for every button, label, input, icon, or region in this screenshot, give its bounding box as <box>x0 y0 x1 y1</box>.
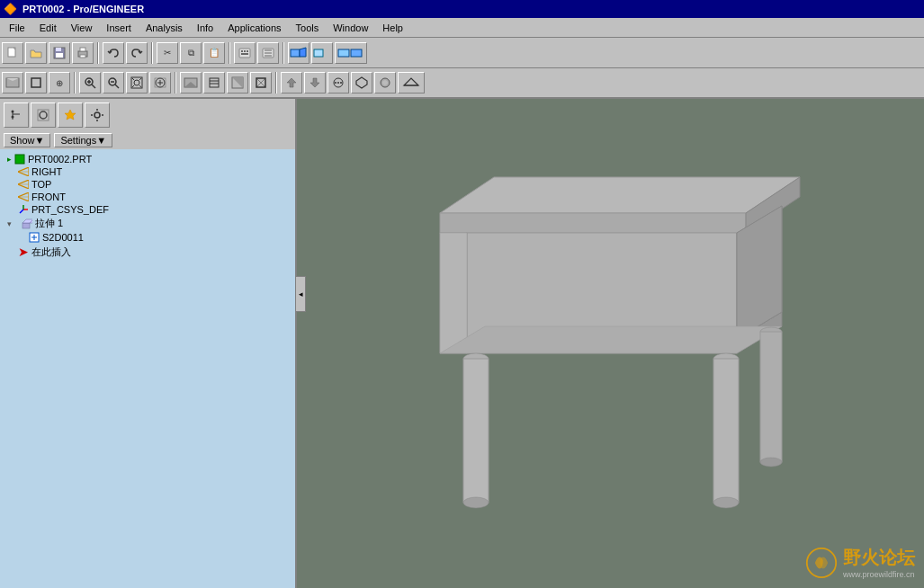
svg-point-65 <box>40 111 47 119</box>
svg-rect-8 <box>241 50 243 52</box>
left-panel-dropdowns: Show▼ Settings▼ <box>0 131 295 149</box>
zoom-out-button[interactable] <box>103 72 124 94</box>
menu-help[interactable]: Help <box>375 21 410 35</box>
zoom-in-button[interactable] <box>79 72 101 94</box>
layer-view-button[interactable] <box>31 102 56 128</box>
watermark: 野火论坛 www.proewildfire.cn <box>805 546 915 579</box>
model-icon <box>14 154 25 165</box>
open-button[interactable] <box>25 42 47 64</box>
svg-point-53 <box>337 82 339 84</box>
svg-line-29 <box>115 85 119 88</box>
watermark-sub-text: www.proewildfire.cn <box>843 570 915 579</box>
sep-v2 <box>175 72 176 94</box>
svg-point-105 <box>713 497 739 508</box>
redo-button[interactable] <box>126 42 148 64</box>
menu-applications[interactable]: Applications <box>220 21 288 35</box>
edge-display-button[interactable] <box>25 72 47 94</box>
show-dropdown[interactable]: Show▼ <box>4 133 50 147</box>
svg-rect-98 <box>440 233 467 353</box>
layers-button[interactable] <box>203 72 225 94</box>
shading-button[interactable] <box>227 72 248 94</box>
svg-line-25 <box>92 85 95 88</box>
svg-point-102 <box>463 497 489 508</box>
paste-button[interactable]: 📋 <box>203 42 225 64</box>
tree-view-button[interactable] <box>4 102 29 128</box>
extra5-button[interactable] <box>374 72 396 94</box>
tree-item-insert[interactable]: ➤ 在此插入 <box>4 244 292 260</box>
favorite-button[interactable] <box>58 102 83 128</box>
tree-item-extrude[interactable]: ▾ 拉伸 1 <box>4 216 292 231</box>
svg-point-54 <box>340 82 342 84</box>
feature2-button[interactable] <box>311 42 333 64</box>
model-tree[interactable]: ▸ PRT0002.PRT RIGHT TOP FRONT <box>0 149 295 588</box>
cut-button[interactable]: ✂ <box>157 42 178 64</box>
tree-item-model[interactable]: ▸ PRT0002.PRT <box>4 153 292 165</box>
svg-rect-5 <box>80 48 85 51</box>
svg-rect-6 <box>80 55 85 58</box>
svg-rect-94 <box>467 233 737 339</box>
extra2-button[interactable] <box>304 72 326 94</box>
menu-info[interactable]: Info <box>190 21 220 35</box>
sep-v3 <box>275 72 277 94</box>
mapkey1-button[interactable] <box>234 42 256 64</box>
settings-dropdown[interactable]: Settings▼ <box>54 133 112 147</box>
svg-rect-43 <box>210 78 219 87</box>
extra3-button[interactable] <box>327 72 349 94</box>
extra1-button[interactable] <box>281 72 302 94</box>
svg-rect-10 <box>247 50 248 52</box>
svg-marker-83 <box>22 219 32 223</box>
menu-edit[interactable]: Edit <box>32 21 64 35</box>
plane-icon-front <box>18 192 29 201</box>
svg-rect-16 <box>291 49 300 57</box>
mapkey2-button[interactable] <box>257 42 279 64</box>
sep-v1 <box>74 72 76 94</box>
svg-rect-104 <box>713 359 739 503</box>
settings-icon-button[interactable] <box>85 102 110 128</box>
svg-rect-89 <box>440 213 746 233</box>
menu-tools[interactable]: Tools <box>289 21 327 35</box>
svg-line-33 <box>132 78 134 80</box>
svg-line-81 <box>20 209 23 213</box>
menu-insert[interactable]: Insert <box>99 21 139 35</box>
tree-item-top[interactable]: TOP <box>4 178 292 191</box>
zoom-fit-button[interactable] <box>126 72 148 94</box>
3d-viewport[interactable]: 野火论坛 www.proewildfire.cn <box>297 99 924 588</box>
wireframe-button[interactable] <box>250 72 272 94</box>
menu-view[interactable]: View <box>64 21 100 35</box>
extra4-button[interactable] <box>351 72 372 94</box>
new-button[interactable] <box>2 42 23 64</box>
save-button[interactable] <box>49 42 70 64</box>
feature3-button[interactable] <box>335 42 367 64</box>
main-toolbar: ✂ ⧉ 📋 <box>0 38 924 68</box>
tree-item-front[interactable]: FRONT <box>4 191 292 203</box>
tree-item-csys[interactable]: PRT_CSYS_DEF <box>4 203 292 216</box>
svg-rect-23 <box>31 78 40 87</box>
appearance-button[interactable] <box>180 72 202 94</box>
datum-display-button[interactable]: ⊕ <box>49 72 70 94</box>
svg-point-52 <box>335 82 336 84</box>
menu-analysis[interactable]: Analysis <box>139 21 190 35</box>
model-tree-label: PRT0002.PRT <box>28 154 92 165</box>
print-button[interactable] <box>72 42 94 64</box>
right-label: RIGHT <box>31 166 62 177</box>
toolbar-sep-4 <box>283 42 284 64</box>
undo-button[interactable] <box>103 42 124 64</box>
tree-item-sketch[interactable]: S2D0011 <box>4 231 292 244</box>
refit-button[interactable] <box>149 72 171 94</box>
menu-file[interactable]: File <box>2 21 32 35</box>
tree-item-right[interactable]: RIGHT <box>4 165 292 178</box>
extra6-button[interactable] <box>398 72 425 94</box>
model-expand-icon: ▸ <box>7 155 12 164</box>
extrude-icon <box>22 218 32 229</box>
svg-rect-19 <box>338 49 349 57</box>
feature1-button[interactable] <box>288 42 309 64</box>
model-display-button[interactable] <box>2 72 23 94</box>
panel-collapse-handle[interactable]: ◂ <box>295 276 306 312</box>
sketch-icon <box>29 232 40 243</box>
toolbar-sep-1 <box>97 42 99 64</box>
svg-rect-72 <box>15 155 24 164</box>
svg-rect-18 <box>314 49 323 57</box>
copy-button[interactable]: ⧉ <box>180 42 202 64</box>
app-icon: 🔶 <box>4 3 17 15</box>
menu-window[interactable]: Window <box>326 21 375 35</box>
